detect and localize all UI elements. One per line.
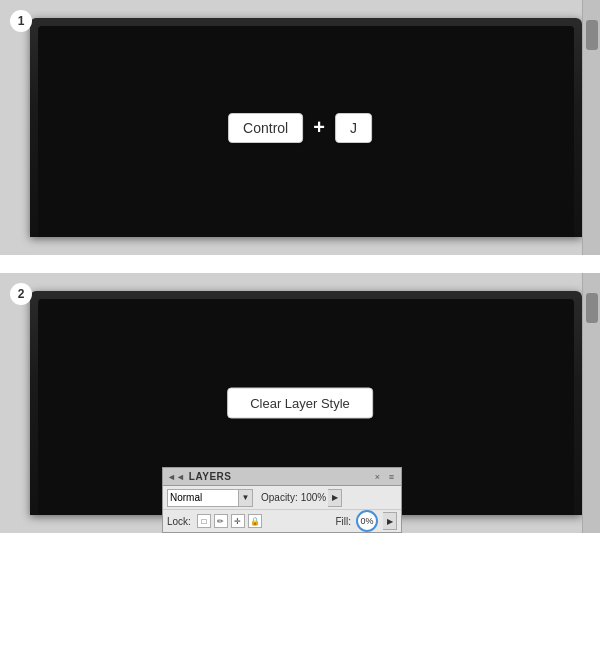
lock-paint-icon[interactable]: ✏ <box>214 514 228 528</box>
lock-fill-row: Lock: □ ✏ ✛ 🔒 Fill: 0% ▶ <box>163 510 401 532</box>
section-1: 1 Control + J <box>0 0 600 255</box>
opacity-label: Opacity: <box>261 492 298 503</box>
scrollbar-thumb-1[interactable] <box>586 20 598 50</box>
fill-label: Fill: <box>335 516 351 527</box>
layers-close-button[interactable]: × <box>372 471 383 482</box>
lock-transparent-icon[interactable]: □ <box>197 514 211 528</box>
layers-title-left: ◄◄ LAYERS <box>167 471 231 482</box>
layers-menu-button[interactable]: ≡ <box>386 471 397 482</box>
blend-mode-arrow[interactable]: ▼ <box>239 489 253 507</box>
scrollbar-thumb-2[interactable] <box>586 293 598 323</box>
opacity-value: 100% <box>301 492 327 503</box>
divider <box>0 255 600 273</box>
scrollbar-right-2[interactable] <box>582 273 600 533</box>
fill-value: 0% <box>356 510 378 532</box>
fill-arrow[interactable]: ▶ <box>383 512 397 530</box>
blend-mode-select[interactable]: Normal <box>167 489 239 507</box>
titlebar-arrows: ◄◄ <box>167 472 185 482</box>
lock-all-icon[interactable]: 🔒 <box>248 514 262 528</box>
opacity-arrow[interactable]: ▶ <box>328 489 342 507</box>
titlebar-right: × ≡ <box>372 471 397 482</box>
layers-panel: ◄◄ LAYERS × ≡ Normal ▼ Opacity: 100% ▶ L… <box>162 467 402 533</box>
plus-symbol: + <box>313 116 325 139</box>
scrollbar-right-1[interactable] <box>582 0 600 255</box>
section-2: 2 Clear Layer Style ◄◄ LAYERS × ≡ Normal… <box>0 273 600 533</box>
lock-label: Lock: <box>167 516 191 527</box>
step-number-2: 2 <box>10 283 32 305</box>
step-number-1: 1 <box>10 10 32 32</box>
clear-layer-style-button[interactable]: Clear Layer Style <box>227 388 373 419</box>
shortcut-display: Control + J <box>228 113 372 143</box>
layers-titlebar: ◄◄ LAYERS × ≡ <box>163 468 401 486</box>
blend-opacity-row: Normal ▼ Opacity: 100% ▶ <box>163 486 401 510</box>
key-control: Control <box>228 113 303 143</box>
layers-title-text: LAYERS <box>189 471 232 482</box>
lock-move-icon[interactable]: ✛ <box>231 514 245 528</box>
key-j: J <box>335 113 372 143</box>
